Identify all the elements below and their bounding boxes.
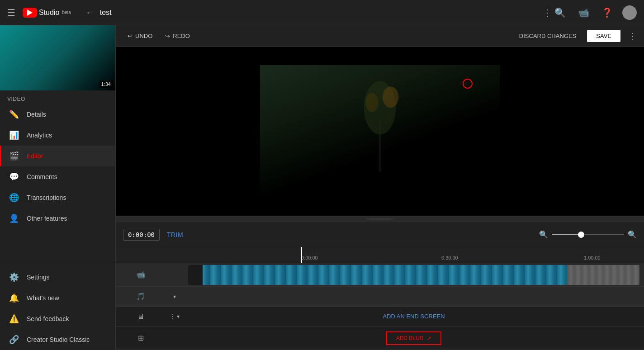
- sidebar-item-editor[interactable]: 🎬 Editor: [0, 146, 115, 166]
- video-title: test: [100, 9, 539, 17]
- svg-point-2: [383, 86, 398, 108]
- transcriptions-icon: 🌐: [9, 193, 19, 203]
- trim-button[interactable]: TRIM: [167, 231, 183, 238]
- sidebar-item-creator-studio[interactable]: 🔗 Creator Studio Classic: [0, 329, 115, 350]
- camera-icon[interactable]: 📹: [575, 5, 592, 21]
- sidebar-bottom: ⚙️ Settings 🔔 What's new ⚠️ Send feedbac…: [0, 263, 115, 350]
- zoom-in-icon[interactable]: 🔍: [628, 230, 637, 239]
- back-button[interactable]: ←: [85, 7, 95, 18]
- blur-track-icon: ⊞: [116, 334, 166, 342]
- video-strip-start-dark: [188, 265, 203, 285]
- sidebar-item-label: What's new: [27, 294, 59, 302]
- editor-icon: 🎬: [9, 151, 19, 161]
- sidebar-item-label: Other features: [27, 215, 67, 222]
- resize-handle-area[interactable]: [116, 216, 644, 222]
- video-frame: [260, 65, 500, 199]
- sidebar-item-transcriptions[interactable]: 🌐 Transcriptions: [0, 187, 115, 208]
- undo-label: UNDO: [135, 33, 152, 39]
- details-icon: ✏️: [9, 109, 19, 119]
- sidebar-item-comments[interactable]: 💬 Comments: [0, 166, 115, 187]
- sidebar-item-label: Transcriptions: [27, 194, 66, 201]
- avatar[interactable]: [622, 5, 637, 20]
- ruler-mark-60: 1:00:00: [584, 255, 601, 260]
- svg-point-3: [365, 93, 378, 112]
- main-layout: 1:34 Video ✏️ Details 📊 Analytics 🎬 Edit…: [0, 25, 644, 350]
- music-note-icon: 🎵: [136, 292, 145, 301]
- sidebar-item-label: Editor: [27, 152, 43, 160]
- sidebar-item-whats-new[interactable]: 🔔 What's new: [0, 288, 115, 308]
- video-strip: [188, 265, 639, 285]
- zoom-slider[interactable]: [552, 234, 624, 235]
- sidebar: 1:34 Video ✏️ Details 📊 Analytics 🎬 Edit…: [0, 25, 116, 350]
- creator-studio-icon: 🔗: [9, 335, 19, 345]
- toolbar-more-button[interactable]: ⋮: [628, 31, 637, 42]
- audio-track-expand[interactable]: ▾: [166, 293, 184, 300]
- video-track-icon: 📹: [116, 270, 166, 279]
- save-button[interactable]: SAVE: [587, 30, 620, 42]
- sidebar-item-label: Analytics: [27, 132, 52, 139]
- video-thumbnail[interactable]: 1:34: [0, 25, 115, 90]
- analytics-icon: 📊: [9, 130, 19, 140]
- help-icon[interactable]: ❓: [599, 5, 615, 21]
- end-screen-track-more[interactable]: ⋮ ▾: [166, 313, 184, 320]
- chevron-down-icon: ▾: [173, 293, 176, 300]
- sidebar-item-label: Send feedback: [27, 315, 69, 322]
- settings-icon: ⚙️: [9, 272, 19, 282]
- title-more-button[interactable]: ⋮: [543, 7, 552, 18]
- youtube-icon: [23, 8, 37, 18]
- redo-button[interactable]: ↪ REDO: [161, 30, 194, 42]
- sidebar-item-send-feedback[interactable]: ⚠️ Send feedback: [0, 308, 115, 329]
- more-icon: ⋮: [170, 313, 175, 320]
- sidebar-section-video: Video: [0, 90, 115, 104]
- discard-changes-button[interactable]: DISCARD CHANGES: [512, 30, 583, 42]
- sidebar-item-settings[interactable]: ⚙️ Settings: [0, 267, 115, 288]
- person-head: [425, 131, 443, 149]
- top-header: ☰ Studio beta ← test ⋮ 🔍 📹 ❓: [0, 0, 644, 25]
- sidebar-item-other-features[interactable]: 👤 Other features: [0, 208, 115, 229]
- redo-icon: ↪: [165, 33, 170, 39]
- video-track: 📹: [116, 263, 644, 287]
- camera-track-icon: 📹: [136, 270, 145, 279]
- time-display[interactable]: 0:00:00: [123, 229, 160, 241]
- audio-track-content: [184, 287, 644, 306]
- undo-icon: ↩: [128, 33, 133, 39]
- undo-button[interactable]: ↩ UNDO: [123, 30, 157, 42]
- search-icon[interactable]: 🔍: [552, 5, 568, 21]
- redo-label: REDO: [173, 33, 190, 39]
- send-feedback-icon: ⚠️: [9, 314, 19, 324]
- timeline: 0:00:00 0:30:00 1:00:00 1:33:27 📹: [116, 247, 644, 350]
- resize-handle[interactable]: [366, 218, 393, 220]
- header-right: 🔍 📹 ❓: [552, 5, 637, 21]
- add-blur-button[interactable]: ADD BLUR ↗: [386, 331, 442, 345]
- end-screen-track: 🖥 ⋮ ▾ ADD AN END SCREEN: [116, 307, 644, 326]
- sidebar-item-label: Comments: [27, 173, 57, 180]
- add-end-screen-button[interactable]: ADD AN END SCREEN: [184, 313, 644, 320]
- end-screen-chevron-icon: ▾: [177, 313, 180, 320]
- tree-decoration: [332, 65, 428, 172]
- video-strip-end: [567, 265, 639, 285]
- timeline-zoom-controls: 🔍 🔍: [539, 230, 637, 239]
- sidebar-item-label: Settings: [27, 274, 50, 281]
- screen-icon: 🖥: [137, 312, 144, 321]
- blur-track: ⊞ ADD BLUR ↗: [116, 326, 644, 350]
- add-blur-label: ADD BLUR: [396, 335, 424, 341]
- menu-icon[interactable]: ☰: [7, 7, 15, 18]
- beta-label: beta: [62, 10, 71, 15]
- playhead-line: [301, 247, 302, 263]
- red-circle-indicator: [463, 79, 473, 89]
- sidebar-item-label: Creator Studio Classic: [27, 336, 90, 343]
- ruler-mark-30: 0:30:00: [441, 255, 458, 260]
- zoom-out-icon[interactable]: 🔍: [539, 230, 548, 239]
- sidebar-item-details[interactable]: ✏️ Details: [0, 104, 115, 125]
- whats-new-icon: 🔔: [9, 293, 19, 303]
- sidebar-item-analytics[interactable]: 📊 Analytics: [0, 125, 115, 146]
- grid-icon: ⊞: [138, 334, 144, 342]
- editor-toolbar: ↩ UNDO ↪ REDO DISCARD CHANGES SAVE ⋮: [116, 25, 644, 47]
- external-link-icon: ↗: [427, 335, 431, 341]
- end-screen-content: ADD AN END SCREEN: [184, 307, 644, 326]
- audio-track-icon: 🎵: [116, 292, 166, 301]
- comments-icon: 💬: [9, 172, 19, 182]
- thumbnail-image: [0, 25, 115, 90]
- video-track-content: [184, 263, 644, 286]
- video-preview: [116, 47, 644, 216]
